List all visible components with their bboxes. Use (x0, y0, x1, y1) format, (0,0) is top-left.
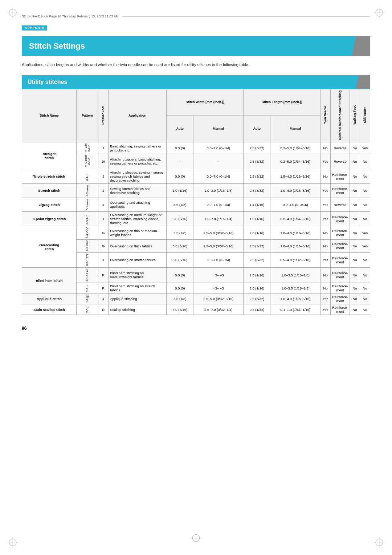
sw-auto-cell: 5.0 (3/16) (167, 239, 193, 252)
sl-auto-cell: 2.5 (3/32) (244, 142, 270, 154)
walking-foot-cell: No (350, 293, 360, 304)
reverse-cell: Reinforce-ment (331, 184, 350, 198)
sw-auto-cell: 0.0 (0) (167, 142, 193, 154)
sw-manual-cell: 1.5–7.0 (1/16–1/4) (193, 212, 244, 226)
pattern-cell: 2-3 ⌐ (77, 283, 98, 293)
reverse-cell: Reinforce-ment (331, 293, 350, 304)
stitch-settings-table: Stitch Name Pattern Presser Foot Applica… (22, 89, 370, 315)
reverse-cell: Reverse (331, 142, 350, 154)
twin-needle-cell: No (320, 226, 331, 240)
reverse-cell: Reinforce-ment (331, 268, 350, 283)
application-cell: Blind hem stitching on stretch fabrics (109, 283, 167, 293)
presser-foot-cell: J (98, 293, 109, 304)
sl-auto-cell: 2.5 (3/32) (244, 239, 270, 252)
presser-foot-cell: G (98, 226, 109, 240)
sl-manual-cell: 0.2–4.0 (1/64–3/16) (270, 212, 320, 226)
sw-auto-cell: – (167, 154, 193, 169)
sl-manual-cell: 0.5–4.0 (1/32–3/16) (270, 252, 320, 267)
stitch-name-cell: Satin scallop stitch (22, 304, 77, 315)
sl-auto-cell: 2.0 (1/16) (244, 226, 270, 240)
table-row: Overcastingstitch 8-4 VVV G Overcasting … (22, 226, 370, 240)
pattern-cell: 5-1-www (77, 198, 98, 212)
corner-mark-br (374, 537, 385, 548)
side-cutter-cell: No (360, 154, 370, 169)
pattern-cell: 8-2-www (77, 184, 98, 198)
side-cutter-cell: No (360, 268, 370, 283)
reverse-cell: Reverse (331, 198, 350, 212)
sl-auto-cell: 2.5 (3/32) (244, 184, 270, 198)
reverse-cell: Reinforce-ment (331, 252, 350, 267)
twin-needle-cell: Yes (320, 252, 331, 267)
stitch-name-cell: 3-point zigzag stitch (22, 212, 77, 226)
table-row: Triple stretch stitch 8-1-:::: J Attachi… (22, 169, 370, 184)
sl-auto-cell: 2.5 (3/32) (244, 169, 270, 184)
sw-auto-cell: 1.0 (1/16) (167, 184, 193, 198)
section-tab-decoration (356, 75, 370, 89)
walking-foot-cell: No (350, 184, 360, 198)
side-cutter-cell: No (360, 212, 370, 226)
col-header-stitch-name: Stitch Name (22, 89, 77, 142)
twin-needle-cell: No (320, 283, 331, 293)
stitch-name-cell: Stretch stitch (22, 184, 77, 198)
pattern-cell: 8-1-:::: (77, 169, 98, 184)
corner-mark-tr (374, 7, 385, 18)
pattern-cell: 8-9 WW (77, 239, 98, 252)
application-cell: Basic stitching, sewing gathers or pintu… (109, 142, 167, 154)
side-cutter-cell: No (360, 198, 370, 212)
description-text: Applications, stitch lengths and widths … (22, 62, 370, 68)
sw-auto-cell: 0.0 (0) (167, 169, 193, 184)
sl-auto-cell: 2.5 (3/32) (244, 154, 270, 169)
side-cutter-cell: No (360, 304, 370, 315)
header-divider (122, 16, 370, 17)
side-cutter-cell: No (360, 293, 370, 304)
sw-manual-cell: 2.5–5.0 (3/32–3/16) (193, 239, 244, 252)
file-info-text: S2_brotherE.book Page 96 Thursday, Febru… (22, 15, 119, 18)
application-cell: Overcasting on stretch fabrics (109, 252, 167, 267)
section-title: Utility stitches (28, 79, 67, 85)
table-row: Zigzag stitch 5-1-www J Overcasting and … (22, 198, 370, 212)
twin-needle-cell: Yes (320, 154, 331, 169)
stitch-name-cell: Blind hem stitch (22, 268, 77, 293)
corner-mark-bl (7, 537, 18, 548)
walking-foot-cell: No (350, 252, 360, 267)
pattern-cell: 8-1-3 LAJ (77, 268, 98, 283)
sw-manual-cell: +3– –3 (193, 283, 244, 293)
table-row: Stretch stitch 8-2-www J Sewing stretch … (22, 184, 370, 198)
presser-foot-cell: N (98, 304, 109, 315)
sw-manual-cell: 0.0–7.0 (0–1/4) (193, 198, 244, 212)
walking-foot-cell: No (350, 154, 360, 169)
application-cell: Overcasting on medium-weight or stretch … (109, 212, 167, 226)
application-cell: Overcasting on thin or medium-weight fab… (109, 226, 167, 240)
sw-auto-cell: 3.5 (1/8) (167, 198, 193, 212)
reverse-cell: Reinforce-ment (331, 169, 350, 184)
table-row: Blind hem stitch 8-1-3 LAJ R Blind hem s… (22, 268, 370, 283)
presser-foot-cell: J (98, 169, 109, 184)
col-header-side-cutter: Side cutter (360, 89, 370, 142)
col-header-sl-manual: Manual (270, 116, 320, 142)
sw-manual-cell: 0.0–7.0 (0–1/4) (193, 252, 244, 267)
twin-needle-cell: No (320, 142, 331, 154)
sl-auto-cell: 1.0 (1/16) (244, 212, 270, 226)
application-cell: Overcasting and attaching appliqués (109, 198, 167, 212)
reverse-cell: Reverse (331, 154, 350, 169)
pattern-cell: ⌑ Left0-2-8 (77, 142, 98, 154)
sw-manual-cell: 2.5–5.0 (3/32–3/16) (193, 293, 244, 304)
pattern-cell: 2-5-∫ (77, 304, 98, 315)
col-header-stitch-width: Stitch Width [mm (inch.)] (167, 89, 244, 116)
sw-manual-cell: 0.0–7.0 (0–1/4) (193, 169, 244, 184)
appendix-label: APPENDIX (22, 25, 47, 31)
col-header-twin-needle: Twin Needle (320, 89, 331, 142)
presser-foot-cell: J (98, 184, 109, 198)
side-cutter-cell: Yes (360, 239, 370, 252)
reverse-cell: Reinforce-ment (331, 239, 350, 252)
col-header-walking-foot: Walking Foot (350, 89, 360, 142)
sl-manual-cell: 0.2–5.0 (1/64–3/16) (270, 142, 320, 154)
presser-foot-cell: R (98, 268, 109, 283)
sl-manual-cell: 1.5–4.0 (1/16–3/16) (270, 169, 320, 184)
pattern-cell: 1-1-|||| (77, 293, 98, 304)
file-header: S2_brotherE.book Page 96 Thursday, Febru… (22, 15, 370, 18)
sl-auto-cell: 0.5 (1/32) (244, 304, 270, 315)
table-row: Appliqué stitch 1-1-|||| J Appliqué stit… (22, 293, 370, 304)
twin-needle-cell: No (320, 239, 331, 252)
stitch-name-cell: Zigzag stitch (22, 198, 77, 212)
